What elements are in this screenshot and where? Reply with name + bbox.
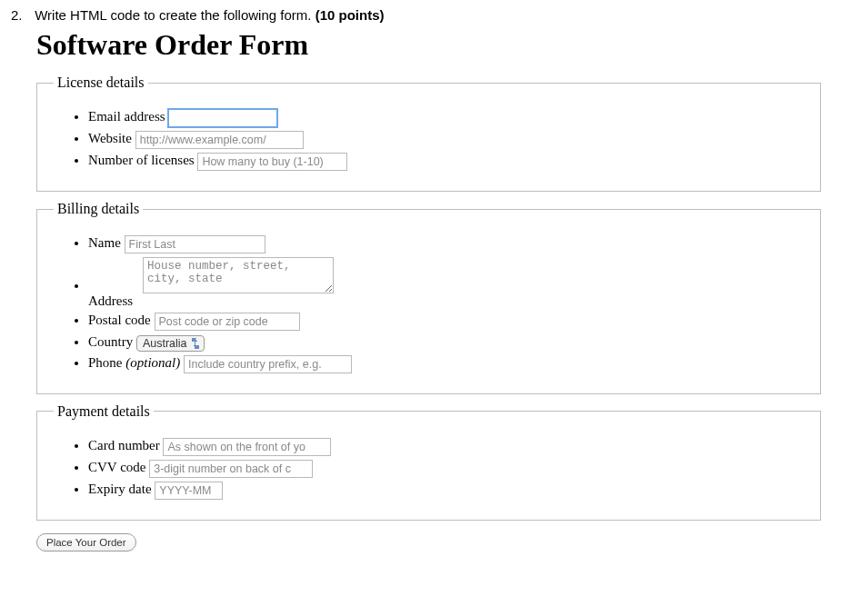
phone-label: Phone	[88, 355, 123, 370]
website-row: Website	[88, 131, 804, 149]
address-row: Address	[88, 257, 804, 309]
page-title: Software Order Form	[36, 28, 830, 62]
cvv-input[interactable]	[149, 460, 313, 478]
cvv-row: CVV code	[88, 460, 804, 478]
country-row: Country Australia	[88, 334, 804, 352]
phone-row: Phone (optional)	[88, 355, 804, 373]
licenses-input[interactable]	[197, 153, 347, 171]
licenses-row: Number of licenses	[88, 153, 804, 171]
address-textarea[interactable]	[143, 257, 334, 293]
expiry-label: Expiry date	[88, 482, 152, 496]
email-row: Email address	[88, 109, 804, 127]
license-legend: License details	[54, 75, 148, 91]
name-row: Name	[88, 235, 804, 253]
licenses-label: Number of licenses	[88, 153, 195, 167]
question-number: 2.	[11, 7, 31, 23]
card-input[interactable]	[163, 438, 331, 456]
country-label: Country	[88, 334, 133, 349]
expiry-row: Expiry date	[88, 482, 804, 500]
question-points: (10 points)	[315, 7, 385, 23]
phone-input[interactable]	[184, 355, 352, 373]
expiry-input[interactable]	[155, 482, 223, 500]
email-label: Email address	[88, 109, 165, 124]
billing-legend: Billing details	[54, 201, 143, 217]
name-label: Name	[88, 235, 121, 250]
submit-button[interactable]: Place Your Order	[36, 533, 136, 551]
address-label: Address	[88, 293, 133, 308]
phone-optional: (optional)	[125, 355, 180, 370]
billing-fieldset: Billing details Name Address Postal code…	[36, 201, 821, 394]
website-input[interactable]	[135, 131, 304, 149]
card-row: Card number	[88, 438, 804, 456]
payment-fieldset: Payment details Card number CVV code Exp…	[36, 403, 821, 521]
order-form: License details Email address Website Nu…	[36, 75, 821, 551]
email-input[interactable]	[168, 109, 277, 127]
question-prompt: 2. Write HTML code to create the followi…	[11, 7, 830, 23]
website-label: Website	[88, 131, 132, 145]
payment-legend: Payment details	[54, 403, 154, 420]
question-text: Write HTML code to create the following …	[35, 7, 311, 23]
postal-input[interactable]	[155, 313, 300, 331]
postal-label: Postal code	[88, 313, 151, 327]
license-fieldset: License details Email address Website Nu…	[36, 75, 821, 192]
country-select[interactable]: Australia	[136, 335, 205, 352]
postal-row: Postal code	[88, 313, 804, 331]
name-input[interactable]	[125, 235, 265, 253]
cvv-label: CVV code	[88, 460, 145, 474]
card-label: Card number	[88, 438, 160, 452]
